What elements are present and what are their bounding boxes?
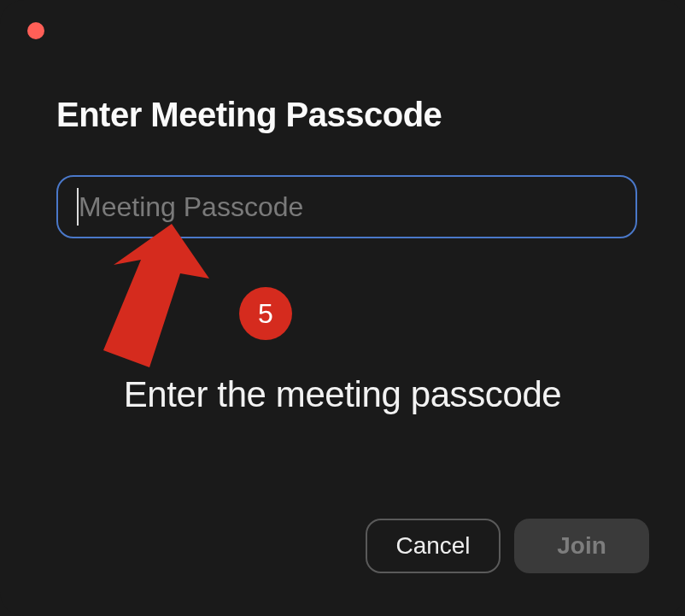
- annotation-arrow-icon: [90, 222, 226, 376]
- window-close-traffic-light[interactable]: [27, 22, 44, 39]
- cancel-button[interactable]: Cancel: [366, 519, 501, 573]
- meeting-passcode-dialog: Enter Meeting Passcode 5 Enter the meeti…: [0, 0, 685, 616]
- svg-marker-0: [103, 224, 209, 367]
- text-caret: [77, 188, 79, 226]
- join-button[interactable]: Join: [514, 519, 649, 573]
- dialog-title: Enter Meeting Passcode: [56, 96, 442, 134]
- step-number-badge: 5: [239, 287, 292, 340]
- meeting-passcode-input[interactable]: [56, 175, 637, 238]
- annotation-caption: Enter the meeting passcode: [0, 374, 685, 415]
